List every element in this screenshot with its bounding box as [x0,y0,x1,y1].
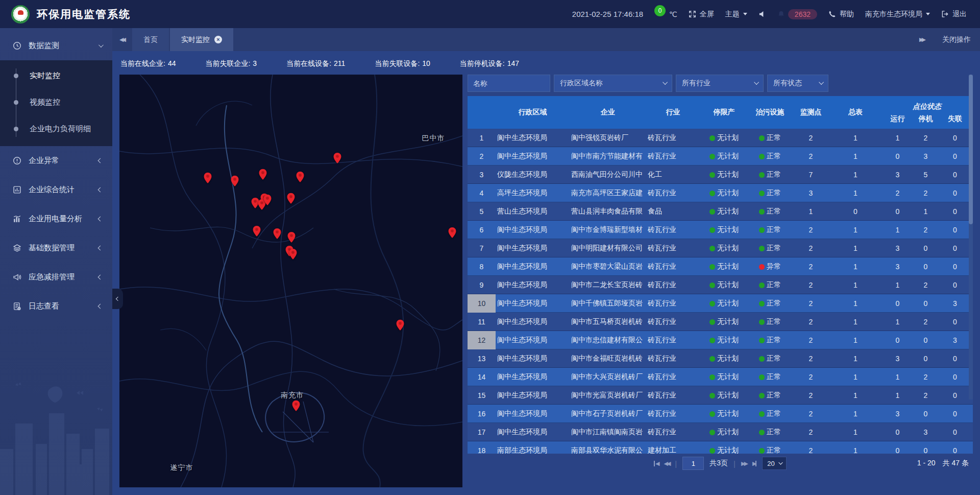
cell-industry: 食品 [646,207,700,216]
map-pin-icon[interactable] [287,231,296,243]
status-dot-icon [709,154,715,159]
map-pin-icon[interactable] [448,227,456,239]
sidebar-item-company-statistics[interactable]: 企业综合统计 [0,175,112,204]
sidebar-collapse-button[interactable] [112,289,123,309]
table-row[interactable]: 18 南部生态环境局 南部县双华水泥有限公 建材加工 无计划 正常 2 1 0 … [468,441,973,454]
map-pin-icon[interactable] [252,225,261,237]
chevron-down-icon [99,42,104,48]
sidebar-item-data-monitoring[interactable]: 数据监测 [0,31,112,60]
cell-region: 阆中生态环境局 [496,225,570,234]
page-size-select[interactable]: 20 [762,457,787,470]
col-industry: 行业 [646,108,700,117]
first-page-button[interactable]: ◀ [654,460,658,467]
status-dot-icon [709,191,715,196]
cell-lost-count: 0 [937,391,973,399]
table-row[interactable]: 17 阆中生态环境局 阆中市江南镇阆南页岩 砖瓦行业 无计划 正常 2 1 0 … [468,423,973,441]
table-row[interactable]: 7 阆中生态环境局 阆中明阳建材有限公司 砖瓦行业 无计划 正常 2 1 3 0… [468,239,973,257]
cell-run-count: 1 [881,281,914,289]
sidebar-subitem-power-load-detail[interactable]: 企业电力负荷明细 [0,115,112,142]
bullet-icon [14,100,18,105]
table-row[interactable]: 4 高坪生态环境局 南充市高坪区王家店建 砖瓦行业 无计划 正常 3 1 2 2… [468,184,973,202]
table-row[interactable]: 9 阆中生态环境局 阆中市二龙长宝页岩砖 砖瓦行业 无计划 正常 2 1 1 2… [468,276,973,294]
tab-close-icon[interactable]: × [214,36,222,43]
table-scrollbar[interactable] [969,75,973,399]
page-number-input[interactable] [682,457,704,470]
table-row[interactable]: 16 阆中生态环境局 阆中市石子页岩机砖厂 砖瓦行业 无计划 正常 2 1 3 … [468,405,973,423]
table-row[interactable]: 6 阆中生态环境局 阆中市金博瑞新型墙材 砖瓦行业 无计划 正常 2 1 1 2… [468,221,973,239]
col-company: 企业 [570,108,646,117]
org-dropdown[interactable]: 南充市生态环境局 [865,10,930,19]
cell-stop-count: 0 [914,410,937,418]
table-row[interactable]: 8 阆中生态环境局 阆中市枣碧大梁山页岩 砖瓦行业 无计划 异常 2 1 3 0… [468,257,973,276]
status-dot-icon [759,282,765,288]
status-dot-icon [709,264,715,270]
table-row[interactable]: 15 阆中生态环境局 阆中市光富页岩机砖厂 砖瓦行业 无计划 正常 2 1 1 … [468,386,973,405]
cell-stop-count: 2 [914,281,937,289]
cell-run-count: 3 [881,244,914,252]
map-pin-icon[interactable] [273,228,282,240]
map-pin-icon[interactable] [333,152,342,164]
close-operations-button[interactable]: 关闭操作 [942,35,971,44]
table-row[interactable]: 13 阆中生态环境局 阆中市金福旺页岩机砖 砖瓦行业 无计划 正常 2 1 3 … [468,349,973,368]
tabs-scroll-left-button[interactable]: ◀◀ [119,36,124,43]
cell-monitor-count: 2 [792,318,830,326]
scrollbar-thumb[interactable] [969,75,973,224]
cell-facility-status: 正常 [748,133,792,143]
sidebar-subitem-realtime-monitoring[interactable]: 实时监控 [0,62,112,89]
map-pin-icon[interactable] [258,169,267,180]
table-row[interactable]: 10 阆中生态环境局 阆中千佛镇五郎垭页岩 砖瓦行业 无计划 正常 2 1 0 … [468,294,973,313]
cell-lost-count: 0 [937,244,973,252]
tab-home[interactable]: 首页 [132,28,169,51]
map-pin-icon[interactable] [230,175,239,187]
map-pin-icon[interactable] [292,400,301,412]
cell-industry: 砖瓦行业 [646,391,700,400]
theme-dropdown[interactable]: 主题 [725,10,747,19]
map-pin-icon[interactable] [287,193,296,204]
cell-facility-status: 正常 [748,207,792,216]
status-filter-select[interactable]: 所有状态 [767,75,828,92]
logout-button[interactable]: 退出 [941,10,967,19]
map-pin-icon[interactable] [263,194,272,206]
table-row[interactable]: 14 阆中生态环境局 阆中市大兴页岩机砖厂 砖瓦行业 无计划 正常 2 1 1 … [468,368,973,386]
cell-stop-count: 3 [914,428,937,436]
cell-lost-count: 0 [937,373,973,381]
row-number: 17 [468,423,496,441]
col-lost: 失联 [937,112,973,124]
sidebar-item-log-view[interactable]: 日志查看 [0,292,112,321]
next-page-button[interactable]: ▶▶ [741,460,747,467]
table-row[interactable]: 12 阆中生态环境局 阆中市忠信建材有限公 砖瓦行业 无计划 正常 2 1 0 … [468,331,973,349]
table-row[interactable]: 5 营山生态环境局 营山县润丰肉食品有限 食品 无计划 正常 1 0 0 1 0 [468,202,973,221]
cell-region: 阆中生态环境局 [496,152,570,161]
notification-area[interactable]: 2632 [777,9,817,19]
sidebar-item-company-abnormal[interactable]: 企业异常 [0,146,112,175]
table-row[interactable]: 11 阆中生态环境局 阆中市五马桥页岩机砖 砖瓦行业 无计划 正常 2 1 1 … [468,313,973,331]
map-panel[interactable]: 巴中市 南充市 遂宁市 [119,75,462,487]
tab-bar: ◀◀ 首页 实时监控 × ▶▶ 关闭操作 [112,28,980,51]
industry-filter-select[interactable]: 所有行业 [676,75,764,92]
prev-page-button[interactable]: ◀◀ [664,460,669,467]
cell-limit-status: 无计划 [700,133,748,143]
map-pin-icon[interactable] [296,171,305,183]
tabs-scroll-right-button[interactable]: ▶▶ [919,36,924,43]
sidebar-item-power-analysis[interactable]: 企业用电量分析 [0,204,112,233]
sidebar-item-base-data[interactable]: 基础数据管理 [0,233,112,263]
name-filter-input[interactable] [468,75,550,92]
last-page-button[interactable]: ▶ [752,460,756,467]
cell-stop-count: 1 [914,207,937,216]
map-pin-icon[interactable] [204,172,212,184]
table-row[interactable]: 1 阆中生态环境局 阆中强锐页岩砖厂 砖瓦行业 无计划 正常 2 1 1 2 0 [468,129,973,147]
cell-company: 阆中市二龙长宝页岩砖 [570,280,646,290]
sound-toggle-button[interactable] [758,10,766,18]
tab-realtime-monitoring[interactable]: 实时监控 × [170,28,233,51]
speaker-icon [758,10,766,18]
fullscreen-button[interactable]: 全屏 [689,10,714,19]
map-pin-icon[interactable] [289,248,298,260]
sidebar-item-emergency-reduction[interactable]: 应急减排管理 [0,263,112,292]
sidebar-subitem-video-monitoring[interactable]: 视频监控 [0,89,112,115]
help-button[interactable]: 帮助 [828,10,854,19]
table-row[interactable]: 2 阆中生态环境局 阆中市南方节能建材有 砖瓦行业 无计划 正常 2 1 0 3… [468,147,973,166]
table-row[interactable]: 3 仪陇生态环境局 西南油气田分公司川中 化工 无计划 正常 7 1 3 5 0 [468,166,973,184]
status-dot-icon [709,135,715,141]
map-pin-icon[interactable] [396,319,404,331]
region-filter-select[interactable]: 行政区域名称 [554,75,672,92]
